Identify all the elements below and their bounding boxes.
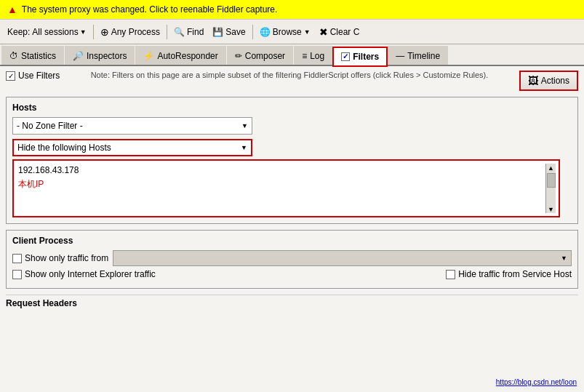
tab-statistics-label: Statistics — [21, 51, 56, 61]
clear-label: Clear C — [330, 27, 360, 37]
show-ie-text: Show only Internet Explorer traffic — [25, 269, 156, 279]
watermark-text: https://blog.csdn.net/loon — [496, 378, 577, 386]
tab-filters[interactable]: ✓ Filters — [333, 47, 387, 66]
hosts-annotation: 本机IP — [17, 177, 545, 192]
sessions-label: All sessions — [32, 27, 78, 37]
zone-dropdown-arrow: ▼ — [241, 122, 248, 129]
find-btn[interactable]: 🔍 Find — [170, 25, 207, 39]
tab-timeline[interactable]: — Timeline — [388, 46, 448, 65]
keep-label: Keep: — [7, 27, 30, 37]
warning-icon: ▲ — [7, 4, 17, 15]
browse-arrow: ▼ — [304, 28, 311, 36]
actions-icon: 🖼 — [528, 75, 538, 87]
zone-filter-label: - No Zone Filter - — [17, 121, 83, 131]
tab-inspectors-label: Inspectors — [87, 51, 127, 61]
tab-statistics[interactable]: ⏱ Statistics — [1, 46, 64, 65]
ie-service-host-row: Show only Internet Explorer traffic Hide… — [12, 269, 572, 279]
tab-autoresponder[interactable]: ⚡ AutoResponder — [135, 46, 225, 65]
tab-autoresponder-label: AutoResponder — [157, 51, 217, 61]
hosts-input-container: 192.168.43.178 本机IP ▲ ▼ — [12, 159, 560, 217]
traffic-source-dropdown[interactable]: ▼ — [113, 250, 572, 266]
clear-icon: ✖ — [319, 26, 328, 38]
toolbar: Keep: All sessions ▼ ⊕ Any Process 🔍 Fin… — [0, 20, 584, 44]
browse-label: Browse — [273, 27, 302, 37]
proxy-warning-text: The system proxy was changed. Click to r… — [22, 4, 278, 15]
hide-hosts-dropdown[interactable]: Hide the following Hosts ▼ — [12, 139, 252, 156]
tab-timeline-label: Timeline — [407, 51, 440, 61]
separator-3 — [252, 25, 253, 39]
actions-label: Actions — [541, 76, 569, 86]
tabs-bar: ⏱ Statistics 🔎 Inspectors ⚡ AutoResponde… — [0, 44, 584, 66]
hosts-textarea-wrapper: 192.168.43.178 本机IP — [17, 164, 545, 213]
log-icon: ≡ — [302, 51, 307, 61]
clear-btn[interactable]: ✖ Clear C — [316, 25, 364, 39]
save-btn[interactable]: 💾 Save — [209, 25, 249, 39]
hosts-scrollbar[interactable]: ▲ ▼ — [545, 164, 556, 213]
show-traffic-checkbox[interactable] — [12, 254, 22, 263]
tab-inspectors[interactable]: 🔎 Inspectors — [65, 46, 135, 65]
hide-service-host-checkbox-label[interactable]: Hide traffic from Service Host — [446, 269, 572, 279]
actions-button[interactable]: 🖼 Actions — [519, 71, 578, 91]
scroll-thumb[interactable] — [547, 173, 556, 188]
proxy-warning-banner[interactable]: ▲ The system proxy was changed. Click to… — [0, 0, 584, 20]
zone-filter-dropdown[interactable]: - No Zone Filter - ▼ — [12, 117, 252, 135]
scroll-up-btn[interactable]: ▲ — [548, 164, 554, 172]
tab-log-label: Log — [310, 51, 324, 61]
filters-checkbox: ✓ — [341, 52, 350, 61]
filters-header: Use Filters Note: Filters on this page a… — [6, 71, 578, 91]
edit-icon: ✏ — [235, 51, 242, 61]
find-icon: 🔍 — [174, 27, 185, 37]
client-process-label: Client Process — [12, 236, 572, 246]
save-icon: 💾 — [212, 27, 223, 37]
sessions-dropdown[interactable]: All sessions ▼ — [32, 27, 86, 37]
save-label: Save — [225, 27, 245, 37]
browse-btn[interactable]: 🌐 Browse ▼ — [256, 25, 314, 39]
crosshair-icon: ⊕ — [100, 26, 109, 38]
scroll-down-btn[interactable]: ▼ — [548, 206, 554, 213]
use-filters-checkbox-label[interactable]: Use Filters — [6, 71, 60, 81]
any-process-label: Any Process — [111, 27, 160, 37]
find-label: Find — [187, 27, 204, 37]
watermark[interactable]: https://blog.csdn.net/loon — [496, 378, 577, 386]
inspect-icon: 🔎 — [73, 51, 84, 61]
hide-hosts-arrow: ▼ — [241, 144, 247, 151]
filter-note: Note: Filters on this page are a simple … — [60, 71, 519, 79]
use-filters-row: Use Filters — [6, 71, 60, 81]
use-filters-checkbox[interactable] — [6, 71, 15, 81]
show-traffic-text: Show only traffic from — [25, 253, 108, 263]
show-ie-checkbox[interactable] — [12, 270, 22, 279]
statistics-icon: ⏱ — [9, 51, 18, 61]
show-traffic-row: Show only traffic from ▼ — [12, 250, 572, 266]
separator-1 — [93, 25, 94, 39]
show-traffic-checkbox-label[interactable]: Show only traffic from — [12, 253, 108, 263]
hosts-label: Hosts — [12, 103, 572, 113]
main-content: Use Filters Note: Filters on this page a… — [0, 66, 584, 392]
hide-service-host-text: Hide traffic from Service Host — [458, 269, 572, 279]
use-filters-text: Use Filters — [18, 71, 60, 81]
hosts-group: Hosts - No Zone Filter - ▼ Hide the foll… — [6, 97, 578, 224]
traffic-source-arrow: ▼ — [561, 255, 567, 262]
keep-sessions: Keep: All sessions ▼ — [4, 25, 90, 39]
request-headers-section: Request Headers — [6, 295, 578, 310]
sessions-arrow: ▼ — [80, 28, 87, 36]
tab-filters-label: Filters — [353, 52, 379, 62]
globe-icon: 🌐 — [260, 27, 271, 37]
client-process-group: Client Process Show only traffic from ▼ … — [6, 230, 578, 289]
separator-2 — [167, 25, 167, 39]
hide-hosts-label: Hide the following Hosts — [17, 143, 111, 153]
tab-composer-label: Composer — [245, 51, 285, 61]
lightning-icon: ⚡ — [143, 51, 154, 61]
timeline-icon: — — [396, 51, 404, 61]
hosts-ip-value: 192.168.43.178 — [17, 164, 545, 177]
any-process-btn[interactable]: ⊕ Any Process — [97, 25, 164, 39]
tab-log[interactable]: ≡ Log — [294, 46, 332, 65]
request-headers-label: Request Headers — [6, 298, 77, 308]
tab-composer[interactable]: ✏ Composer — [227, 46, 293, 65]
hide-service-host-checkbox[interactable] — [446, 270, 455, 279]
show-ie-checkbox-label[interactable]: Show only Internet Explorer traffic — [12, 269, 156, 279]
